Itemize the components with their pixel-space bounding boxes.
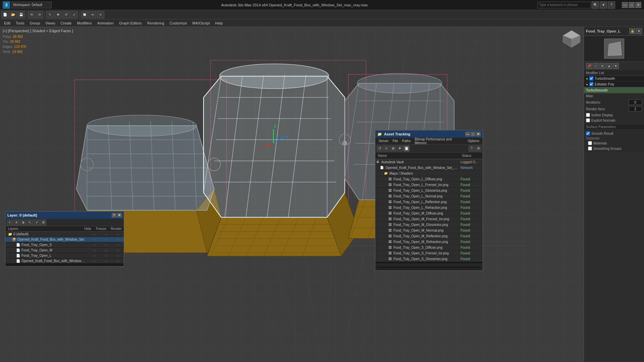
editable-poly-checkbox[interactable] — [589, 82, 593, 86]
snap-button[interactable]: 🔲 — [81, 11, 88, 18]
move-button[interactable]: ✥ — [54, 11, 62, 18]
at-list-item[interactable]: 🖼Food_Tray_Open_M_Diffuse.pngFound — [375, 210, 483, 216]
isoline-checkbox[interactable] — [586, 113, 590, 117]
at-list-item[interactable]: 🖼Food_Tray_Open_S_Frensel_lor.pngFound — [375, 250, 483, 256]
lp-add-selection-button[interactable]: ⊕ — [20, 220, 26, 226]
modifier-up-icon[interactable]: ▲ — [606, 63, 612, 69]
open-button[interactable]: 📂 — [9, 11, 17, 18]
nav-cube[interactable] — [561, 29, 582, 49]
scale-button[interactable]: ⤢ — [70, 11, 78, 18]
at-list-item[interactable]: 🏛Autodesk VaultLogged O... — [375, 159, 483, 165]
menu-customize[interactable]: Customize — [167, 19, 190, 27]
viewport[interactable]: X Z Y — [0, 27, 584, 362]
modifier-down-icon[interactable]: ▼ — [613, 63, 619, 69]
redo-button[interactable]: ⟳ — [36, 11, 43, 18]
lp-list-item[interactable]: 📄Opened_Kraft_Food_Box_with_Window_Set——… — [5, 258, 124, 263]
at-details-button[interactable]: 📋 — [404, 145, 410, 152]
maximize-button[interactable]: □ — [629, 2, 635, 8]
at-help-button[interactable]: ? — [469, 145, 475, 152]
at-minimize-button[interactable]: — — [465, 132, 470, 136]
at-list-item[interactable]: 📁Maps / Shaders — [375, 171, 483, 176]
align-button[interactable]: ≡ — [97, 11, 104, 18]
turbosmoother-checkbox[interactable] — [589, 76, 593, 80]
at-maximize-button[interactable]: □ — [471, 132, 475, 136]
minimize-button[interactable]: — — [622, 2, 628, 8]
at-scroll-track[interactable] — [377, 266, 481, 269]
lp-close-button[interactable]: ✕ — [117, 213, 122, 218]
lp-scrollbar[interactable] — [5, 263, 124, 266]
at-grid-view-button[interactable]: ⊞ — [390, 145, 396, 152]
at-scrollbar[interactable] — [375, 261, 483, 264]
at-menu-paths[interactable]: Paths — [400, 138, 413, 144]
layer-list[interactable]: 📁0 (default)———📦Opened_Kraft_Food_Box_wi… — [5, 232, 124, 263]
at-list-item[interactable]: 🖼Food_Tray_Open_M_Frensel_lor.pngFound — [375, 216, 483, 222]
modifier-del-icon[interactable]: ✕ — [599, 63, 605, 69]
iterations-input[interactable] — [629, 100, 642, 105]
at-list-item[interactable]: 🖼Food_Tray_Open_M_Refraction.pngFound — [375, 239, 483, 245]
lp-list-item[interactable]: 📄Food_Tray_Open_M——— — [5, 248, 124, 253]
at-list-item[interactable]: 🖼Food_Tray_Open_M_Reflection.pngFound — [375, 233, 483, 239]
lp-move-button[interactable]: ↗ — [34, 220, 40, 226]
lp-help-button[interactable]: ? — [112, 213, 116, 218]
search-input[interactable] — [537, 2, 591, 8]
lp-list-item[interactable]: 📦Opened_Kraft_Food_Box_with_Window_Set——… — [5, 237, 124, 242]
search-options-icon[interactable]: ▼ — [600, 1, 607, 9]
at-settings-icon[interactable]: ⚙ — [475, 145, 481, 152]
new-button[interactable]: 📄 — [1, 11, 9, 18]
save-button[interactable]: 💾 — [17, 11, 25, 18]
smoothing-groups-checkbox[interactable] — [588, 146, 592, 150]
at-filter-button[interactable]: ▼ — [397, 145, 403, 152]
lock-icon[interactable]: 🔒 — [629, 28, 635, 34]
at-list-item[interactable]: 🖼Food_Tray_Open_L_Diffuse.pngFound — [375, 176, 483, 182]
menu-graph-editors[interactable]: Graph Editors — [116, 19, 145, 27]
materials-checkbox[interactable] — [588, 141, 592, 145]
viewport-label[interactable]: [+] [Perspective] [ Shaded + Edged Faces… — [3, 29, 73, 33]
search-icon[interactable]: 🔍 — [592, 1, 599, 9]
modifier-editable-poly[interactable]: ● Editable Poly — [584, 81, 644, 87]
modifier-pin-icon[interactable]: 📌 — [586, 63, 592, 69]
menu-tools[interactable]: Tools — [13, 19, 27, 27]
rotate-button[interactable]: ↺ — [62, 11, 70, 18]
lp-create-button[interactable]: + — [7, 220, 13, 226]
lp-options-button[interactable]: ⚙ — [40, 220, 46, 226]
at-list-item[interactable]: 🖼Food_Tray_Open_L_Refraction.pngFound — [375, 205, 483, 210]
panel-options-icon[interactable]: ▼ — [636, 28, 642, 34]
at-list-view-button[interactable]: ≡ — [383, 145, 389, 152]
at-close-button[interactable]: ✕ — [476, 132, 481, 136]
at-menu-file[interactable]: File — [390, 138, 400, 144]
at-list-item[interactable]: 🖼Food_Tray_Open_S_Glossiniss.pngFound — [375, 256, 483, 261]
render-iters-input[interactable] — [629, 106, 642, 112]
explicit-normals-checkbox[interactable] — [586, 118, 590, 122]
at-list-item[interactable]: 🖼Food_Tray_Open_M_Glossiniss.pngFound — [375, 222, 483, 228]
at-list-item[interactable]: 🖼Food_Tray_Open_L_Reflection.pngFound — [375, 199, 483, 205]
menu-help[interactable]: Help — [213, 19, 226, 27]
lp-delete-button[interactable]: ✕ — [13, 220, 19, 226]
at-list-item[interactable]: 🖼Food_Tray_Open_S_Diffuse.pngFound — [375, 245, 483, 250]
at-list-item[interactable]: 📄Opened_Kraft_Food_Box_with_Window_Set_m… — [375, 165, 483, 171]
modifier-add-icon[interactable]: + — [593, 63, 599, 69]
lp-select-button[interactable]: ↖ — [27, 220, 33, 226]
mirror-button[interactable]: ⇔ — [89, 11, 96, 18]
close-button[interactable]: ✕ — [635, 2, 641, 8]
at-list-item[interactable]: 🖼Food_Tray_Open_L_Glossiniss.pngFound — [375, 188, 483, 193]
menu-maxscript[interactable]: MAXScript — [190, 19, 213, 27]
at-list-item[interactable]: 🖼Food_Tray_Open_M_Normal.pngFound — [375, 228, 483, 233]
asset-tracking-list[interactable]: 🏛Autodesk VaultLogged O...📄Opened_Kraft_… — [375, 159, 483, 261]
at-list-item[interactable]: 🖼Food_Tray_Open_L_Normal.pngFound — [375, 193, 483, 199]
menu-rendering[interactable]: Rendering — [145, 19, 167, 27]
at-menu-bitmap[interactable]: Bitmap Performance and Memory — [413, 138, 466, 144]
menu-modifiers[interactable]: Modifiers — [74, 19, 95, 27]
menu-animation[interactable]: Animation — [95, 19, 116, 27]
at-list-item[interactable]: 🖼Food_Tray_Open_L_Frensel_lor.pngFound — [375, 182, 483, 188]
workspace-selector[interactable]: Workspace: Default — [11, 2, 52, 8]
at-menu-server[interactable]: Server — [377, 138, 390, 144]
at-menu-options[interactable]: Options — [466, 138, 481, 144]
menu-create[interactable]: Create — [58, 19, 74, 27]
lp-list-item[interactable]: 📁0 (default)——— — [5, 232, 124, 237]
select-button[interactable]: ↖ — [46, 11, 54, 18]
smooth-result-checkbox[interactable] — [586, 131, 590, 135]
menu-views[interactable]: Views — [43, 19, 58, 27]
at-refresh-button[interactable]: ↺ — [377, 145, 383, 152]
menu-group[interactable]: Group — [27, 19, 43, 27]
menu-edit[interactable]: Edit — [1, 19, 13, 27]
